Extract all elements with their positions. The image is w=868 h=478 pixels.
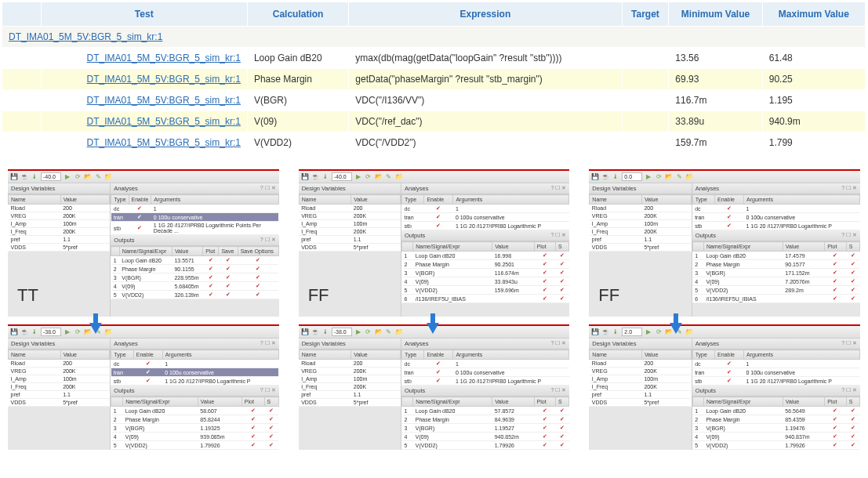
col-header[interactable]: S bbox=[264, 397, 278, 407]
col-header[interactable]: Plot bbox=[203, 247, 219, 256]
output-row[interactable]: 1Loop Gain dB2013.5571✔✔✔ bbox=[111, 256, 278, 265]
dv-row[interactable]: VDDS5*pref bbox=[9, 399, 110, 407]
checkmark-icon[interactable]: ✔ bbox=[424, 360, 453, 368]
dv-row[interactable]: pref1.1 bbox=[299, 236, 400, 244]
temperature-field[interactable]: -40.0 bbox=[41, 172, 61, 181]
checkmark-icon[interactable]: ✔ bbox=[846, 252, 859, 260]
checkmark-icon[interactable]: ✔ bbox=[556, 252, 569, 260]
dv-row[interactable]: pref1.1 bbox=[590, 391, 691, 399]
checkmark-icon[interactable]: ✔ bbox=[242, 433, 264, 441]
col-header[interactable]: Type bbox=[111, 350, 133, 360]
analysis-row[interactable]: stb✔1 1G 20 /I127/IPRB0 Logarithmic P bbox=[692, 377, 859, 386]
analysis-row[interactable]: dc✔1 bbox=[402, 360, 569, 368]
toolbar-icon[interactable]: ☕ bbox=[311, 328, 319, 336]
checkmark-icon[interactable]: ✔ bbox=[715, 377, 744, 386]
group-row[interactable]: DT_IMA01_5M_5V:BGR_5_sim_kr:1 bbox=[2, 27, 866, 48]
checkmark-icon[interactable]: ✔ bbox=[715, 368, 744, 377]
col-header[interactable]: Plot bbox=[242, 397, 264, 407]
col-header[interactable]: Value bbox=[172, 247, 202, 256]
checkmark-icon[interactable]: ✔ bbox=[556, 277, 569, 286]
dv-row[interactable]: I_Amp100m bbox=[9, 375, 110, 383]
temperature-field[interactable]: -40.0 bbox=[332, 172, 352, 181]
checkmark-icon[interactable]: ✔ bbox=[129, 213, 151, 222]
dv-row[interactable]: VDDS5*pref bbox=[299, 244, 400, 252]
col-header[interactable] bbox=[111, 397, 123, 407]
dv-row[interactable]: Rload200 bbox=[299, 205, 400, 212]
panel-controls-icon[interactable]: ? ☐ ✕ bbox=[260, 185, 276, 192]
output-row[interactable]: 1Loop Gain dB2056.5649✔✔ bbox=[692, 407, 859, 415]
checkmark-icon[interactable]: ✔ bbox=[219, 282, 238, 291]
output-row[interactable]: 5V(VDD2)1.79926✔✔ bbox=[402, 441, 569, 450]
toolbar-icon[interactable]: ⟳ bbox=[365, 328, 372, 336]
col-header[interactable] bbox=[402, 397, 413, 407]
toolbar-icon[interactable]: ▶ bbox=[354, 173, 362, 181]
toolbar-icon[interactable]: ⟳ bbox=[365, 173, 372, 181]
toolbar-icon[interactable]: 📂 bbox=[375, 328, 383, 336]
toolbar-icon[interactable]: ☕ bbox=[601, 173, 609, 181]
toolbar-icon[interactable]: ⟳ bbox=[655, 328, 663, 336]
checkmark-icon[interactable]: ✔ bbox=[424, 377, 453, 386]
checkmark-icon[interactable]: ✔ bbox=[534, 269, 555, 277]
output-row[interactable]: 6/I136/IREF5U_IBIAS✔✔ bbox=[402, 295, 569, 303]
col-header[interactable]: Type bbox=[692, 350, 714, 360]
col-header[interactable]: Value bbox=[492, 397, 534, 407]
dv-row[interactable]: I_Freq200K bbox=[590, 383, 691, 391]
output-row[interactable]: 3V(BGR)1.19476✔✔ bbox=[692, 424, 859, 433]
toolbar-icon[interactable]: 💾 bbox=[301, 328, 309, 336]
checkmark-icon[interactable]: ✔ bbox=[825, 269, 846, 277]
temperature-field[interactable]: 0.0 bbox=[622, 172, 642, 181]
dv-row[interactable]: Rload200 bbox=[9, 205, 110, 212]
panel-controls-icon[interactable]: ? ☐ ✕ bbox=[841, 387, 857, 394]
col-header[interactable]: Name/Signal/Expr bbox=[119, 247, 172, 256]
checkmark-icon[interactable]: ✔ bbox=[219, 273, 238, 282]
toolbar-icon[interactable]: 📁 bbox=[104, 173, 112, 181]
panel-controls-icon[interactable]: ? ☐ ✕ bbox=[841, 340, 857, 347]
analysis-row[interactable]: stb✔1 1G 20 /I127/IPRB0 Logarithmic Poin… bbox=[111, 222, 278, 235]
col-header[interactable]: Arguments bbox=[744, 195, 860, 205]
col-header[interactable]: Type bbox=[111, 195, 129, 205]
checkmark-icon[interactable]: ✔ bbox=[133, 377, 162, 386]
output-row[interactable]: 1Loop Gain dB2017.4579✔✔ bbox=[692, 252, 859, 260]
col-test[interactable]: Test bbox=[41, 2, 247, 27]
analysis-row[interactable]: dc✔1 bbox=[111, 360, 278, 368]
panel-controls-icon[interactable]: ? ☐ ✕ bbox=[841, 232, 857, 239]
col-header[interactable]: Value bbox=[492, 242, 534, 252]
analysis-row[interactable]: tran✔0 100u conservative bbox=[402, 368, 569, 377]
toolbar-icon[interactable]: ☕ bbox=[20, 328, 28, 336]
table-row[interactable]: DT_IMA01_5M_5V:BGR_5_sim_kr:1V(09)VDC("/… bbox=[2, 111, 866, 132]
output-row[interactable]: 6/I136/IREF5U_IBIAS✔✔ bbox=[692, 450, 859, 451]
col-header[interactable]: S bbox=[846, 397, 859, 407]
dv-row[interactable]: VDDS5*pref bbox=[299, 399, 400, 407]
col-header[interactable]: Value bbox=[783, 242, 824, 252]
output-row[interactable]: 3V(BGR)1.19527✔✔ bbox=[402, 424, 569, 433]
dv-row[interactable]: I_Freq200K bbox=[590, 228, 691, 236]
checkmark-icon[interactable]: ✔ bbox=[825, 252, 846, 260]
panel-controls-icon[interactable]: ? ☐ ✕ bbox=[551, 185, 567, 192]
toolbar-icon[interactable]: 📁 bbox=[104, 328, 112, 336]
checkmark-icon[interactable]: ✔ bbox=[556, 415, 569, 424]
checkmark-icon[interactable]: ✔ bbox=[534, 407, 555, 415]
checkmark-icon[interactable]: ✔ bbox=[825, 433, 846, 441]
checkmark-icon[interactable]: ✔ bbox=[238, 265, 278, 273]
checkmark-icon[interactable]: ✔ bbox=[203, 256, 219, 265]
checkmark-icon[interactable]: ✔ bbox=[825, 286, 846, 295]
checkmark-icon[interactable]: ✔ bbox=[846, 286, 859, 295]
checkmark-icon[interactable]: ✔ bbox=[133, 360, 162, 368]
checkmark-icon[interactable]: ✔ bbox=[534, 424, 555, 433]
dv-row[interactable]: VREG200K bbox=[9, 368, 110, 375]
analysis-row[interactable]: tran✔0 100u conservative bbox=[692, 213, 859, 222]
checkmark-icon[interactable]: ✔ bbox=[242, 415, 264, 424]
col-header[interactable]: Enable bbox=[133, 350, 162, 360]
col-header[interactable]: Name/Signal/Expr bbox=[413, 242, 492, 252]
col-expression[interactable]: Expression bbox=[349, 2, 622, 27]
checkmark-icon[interactable]: ✔ bbox=[219, 265, 238, 273]
toolbar-icon[interactable]: ☕ bbox=[20, 173, 28, 181]
toolbar-icon[interactable]: ▶ bbox=[64, 173, 71, 181]
col-header[interactable]: Name bbox=[299, 195, 351, 205]
toolbar-icon[interactable]: 📂 bbox=[84, 173, 92, 181]
col-header[interactable]: Name bbox=[590, 195, 642, 205]
toolbar-icon[interactable]: ✎ bbox=[385, 173, 393, 181]
panel-controls-icon[interactable]: ? ☐ ✕ bbox=[841, 185, 857, 192]
analysis-row[interactable]: tran✔0 100u conservative bbox=[402, 213, 569, 222]
checkmark-icon[interactable]: ✔ bbox=[715, 213, 744, 222]
